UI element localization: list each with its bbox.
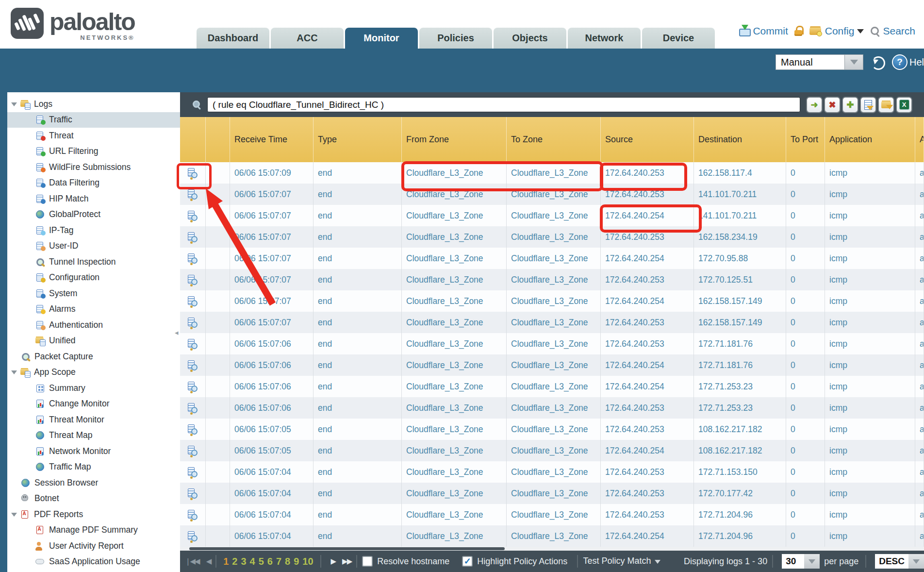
page-number-7[interactable]: 7 [276, 556, 281, 567]
column-header-application[interactable]: Application [825, 117, 915, 162]
scrollbar-thumb[interactable] [189, 547, 505, 550]
cell-action[interactable]: a [915, 290, 924, 312]
column-header-type[interactable]: Type [314, 117, 402, 162]
tree-expand-caret-icon[interactable] [11, 102, 17, 109]
cell-time[interactable]: 06/06 15:07:06 [230, 333, 314, 354]
cell-app[interactable]: icmp [825, 440, 915, 461]
cell-type[interactable]: end [314, 440, 402, 461]
sort-order-dropdown-button[interactable] [908, 554, 924, 569]
tab-device[interactable]: Device [642, 28, 715, 49]
sidebar-item-saas-application-usage[interactable]: SaaS Application Usage [7, 554, 180, 570]
cell-from[interactable]: Cloudflare_L3_Zone [402, 504, 507, 525]
log-detail-magnifier-icon[interactable] [188, 488, 198, 499]
cell-action[interactable]: a [915, 205, 924, 226]
cell-port[interactable]: 0 [786, 440, 825, 461]
cell-to[interactable]: Cloudflare_L3_Zone [507, 333, 601, 354]
cell-action[interactable]: a [915, 184, 924, 205]
log-detail-magnifier-icon[interactable] [188, 296, 198, 306]
refresh-icon[interactable] [872, 56, 885, 70]
sidebar-item-threat[interactable]: Threat [7, 128, 180, 144]
next-page-button[interactable]: ▶ [331, 557, 336, 566]
cell-time[interactable]: 06/06 15:07:07 [230, 226, 314, 248]
cell-src[interactable]: 172.64.240.254 [601, 354, 694, 376]
cell-app[interactable]: icmp [825, 397, 915, 419]
cell-app[interactable]: icmp [825, 248, 915, 269]
cell-port[interactable]: 0 [786, 397, 825, 419]
cell-time[interactable]: 06/06 15:07:06 [230, 397, 314, 419]
cell-app[interactable]: icmp [825, 354, 915, 376]
sidebar-item-change-monitor[interactable]: Change Monitor [7, 396, 180, 412]
sidebar-item-user-activity-report[interactable]: User Activity Report [7, 538, 180, 554]
cell-type[interactable]: end [314, 162, 402, 184]
cell-port[interactable]: 0 [786, 461, 825, 483]
cell-port[interactable]: 0 [786, 419, 825, 440]
cell-time[interactable]: 06/06 15:07:07 [230, 269, 314, 290]
cell-time[interactable]: 06/06 15:07:07 [230, 312, 314, 333]
sidebar-item-logs[interactable]: Logs [7, 96, 180, 112]
cell-app[interactable]: icmp [825, 525, 915, 547]
cell-dst[interactable]: 172.71.204.96 [694, 525, 786, 547]
column-header-to-port[interactable]: To Port [786, 117, 825, 162]
cell-from[interactable]: Cloudflare_L3_Zone [402, 483, 507, 504]
sidebar-item-threat-map[interactable]: Threat Map [7, 428, 180, 444]
cell-to[interactable]: Cloudflare_L3_Zone [507, 440, 601, 461]
cell-dst[interactable]: 141.101.70.211 [694, 184, 786, 205]
cell-type[interactable]: end [314, 248, 402, 269]
add-filter-icon[interactable]: ✚ [843, 98, 858, 112]
cell-action[interactable]: a [915, 397, 924, 419]
column-header-a[interactable]: A [915, 117, 924, 162]
tab-acc[interactable]: ACC [271, 28, 344, 49]
log-detail-magnifier-icon[interactable] [188, 275, 198, 285]
cell-from[interactable]: Cloudflare_L3_Zone [402, 162, 507, 184]
cell-port[interactable]: 0 [786, 376, 825, 397]
cell-src[interactable]: 172.64.240.253 [601, 461, 694, 483]
page-number-9[interactable]: 9 [294, 556, 299, 567]
sidebar-item-botnet[interactable]: Botnet [7, 491, 180, 507]
cell-time[interactable]: 06/06 15:07:09 [230, 162, 314, 184]
log-filter-input[interactable] [207, 97, 800, 112]
cell-from[interactable]: Cloudflare_L3_Zone [402, 440, 507, 461]
cell-src[interactable]: 172.64.240.254 [601, 290, 694, 312]
refresh-interval-select[interactable]: Manual [776, 54, 863, 70]
cell-src[interactable]: 172.64.240.253 [601, 419, 694, 440]
cell-port[interactable]: 0 [786, 205, 825, 226]
log-detail-magnifier-icon[interactable] [188, 318, 198, 328]
sidebar-item-traffic-map[interactable]: Traffic Map [7, 459, 180, 475]
cell-to[interactable]: Cloudflare_L3_Zone [507, 290, 601, 312]
page-number-6[interactable]: 6 [267, 556, 273, 567]
cell-app[interactable]: icmp [825, 333, 915, 354]
cell-from[interactable]: Cloudflare_L3_Zone [402, 248, 507, 269]
cell-type[interactable]: end [314, 354, 402, 376]
cell-app[interactable]: icmp [825, 419, 915, 440]
cell-to[interactable]: Cloudflare_L3_Zone [507, 483, 601, 504]
cell-type[interactable]: end [314, 483, 402, 504]
cell-type[interactable]: end [314, 184, 402, 205]
cell-app[interactable]: icmp [825, 269, 915, 290]
tab-network[interactable]: Network [568, 28, 641, 49]
cell-time[interactable]: 06/06 15:07:04 [230, 504, 314, 525]
cell-type[interactable]: end [314, 205, 402, 226]
cell-action[interactable]: a [915, 269, 924, 290]
sidebar-item-alarms[interactable]: Alarms [7, 302, 180, 318]
page-number-4[interactable]: 4 [250, 556, 255, 567]
cell-port[interactable]: 0 [786, 525, 825, 547]
cell-time[interactable]: 06/06 15:07:06 [230, 354, 314, 376]
clear-filter-icon[interactable]: ✖ [825, 98, 840, 112]
cell-dst[interactable]: 172.71.204.96 [694, 504, 786, 525]
sidebar-item-unified[interactable]: Unified [7, 333, 180, 349]
cell-time[interactable]: 06/06 15:07:07 [230, 184, 314, 205]
highlight-policy-actions-checkbox[interactable]: ✓ [462, 556, 473, 567]
log-detail-magnifier-icon[interactable] [188, 403, 198, 413]
cell-src[interactable]: 172.64.240.254 [601, 248, 694, 269]
page-number-2[interactable]: 2 [232, 556, 237, 567]
cell-to[interactable]: Cloudflare_L3_Zone [507, 162, 601, 184]
cell-from[interactable]: Cloudflare_L3_Zone [402, 461, 507, 483]
test-policy-match-button[interactable]: Test Policy Match [583, 556, 660, 567]
cell-app[interactable]: icmp [825, 483, 915, 504]
cell-to[interactable]: Cloudflare_L3_Zone [507, 419, 601, 440]
cell-action[interactable]: a [915, 162, 924, 184]
cell-from[interactable]: Cloudflare_L3_Zone [402, 419, 507, 440]
resolve-hostname-checkbox[interactable] [362, 556, 373, 567]
log-detail-magnifier-icon[interactable] [188, 232, 198, 242]
sidebar-item-ip-tag[interactable]: IP-Tag [7, 222, 180, 238]
